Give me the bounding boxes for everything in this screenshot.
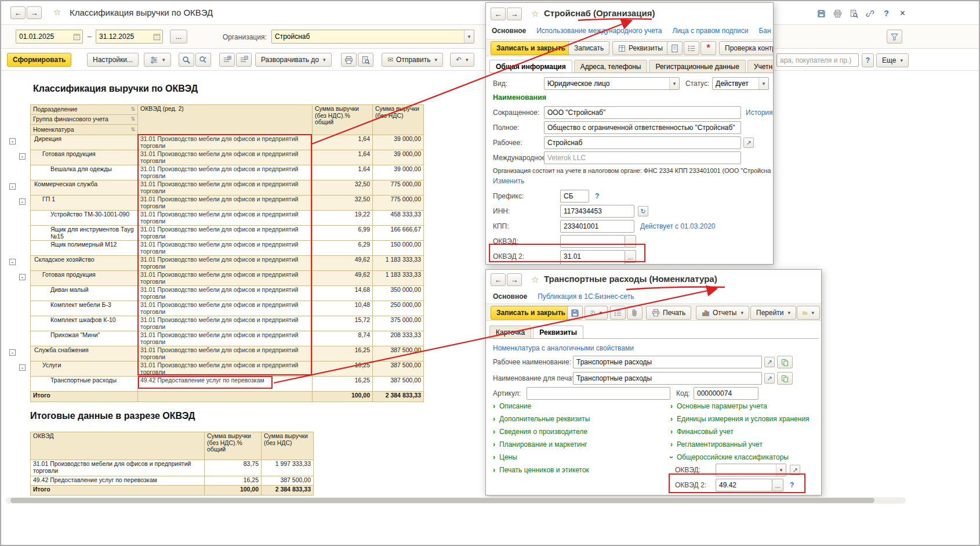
okved-column-header[interactable]: ОКВЭД (ред. 2) (138, 105, 313, 135)
okpo-field[interactable] (560, 262, 625, 265)
code-field[interactable] (694, 387, 758, 400)
nom-section-left-4[interactable]: ›Цены (493, 451, 667, 464)
similar-properties-link[interactable]: Номенклатура с аналогичными свойствами (493, 344, 634, 352)
nom-list-button[interactable] (610, 306, 626, 320)
kpp-field[interactable] (560, 220, 634, 233)
nom-nav-item-1[interactable]: Публикация в 1С:Бизнес-сеть (538, 292, 634, 301)
nom-nav-item-0[interactable]: Основное (493, 292, 527, 301)
nom-okved2-field[interactable] (716, 479, 772, 491)
sort-icon[interactable]: ⇅ (130, 126, 135, 133)
report-row-5[interactable]: Устройство ТМ-30-1001-09031.01 Производс… (31, 211, 424, 226)
org-file-button[interactable] (667, 41, 683, 55)
group-collapse-toggle[interactable]: - (19, 153, 26, 160)
org-nav-item-1[interactable]: Использование международного учета (536, 27, 662, 35)
group-collapse-toggle[interactable]: - (19, 198, 26, 205)
report-row-3[interactable]: Коммерческая служба31.01 Производство ме… (31, 180, 424, 196)
date-from-field[interactable]: 01.01.2025 (16, 30, 83, 44)
group-collapse-toggle[interactable]: - (9, 259, 16, 265)
period-more-button[interactable]: ... (170, 30, 187, 44)
help-button[interactable]: ? (862, 53, 874, 67)
chevron-down-icon[interactable]: ▾ (464, 30, 474, 43)
print-preview-button[interactable] (358, 53, 373, 67)
history-button[interactable]: ↶ ▾ (450, 53, 474, 67)
open-record-button[interactable]: ↗ (764, 357, 775, 367)
full-name-field[interactable] (544, 121, 741, 134)
copy-working-name-button[interactable] (777, 356, 793, 368)
org-nav-item-2[interactable]: Лица с правом подписи (673, 27, 749, 35)
window-link-button[interactable] (863, 7, 877, 20)
okved-field[interactable] (560, 235, 625, 248)
group-collapse-toggle[interactable]: - (9, 138, 16, 144)
org-nav-item-3[interactable]: Банковские счета ор (758, 27, 771, 35)
nom-print-button[interactable]: Печать (646, 306, 691, 320)
kpp-valid-from-link[interactable]: Действует с 01.03.2020 (640, 222, 715, 230)
settings-button[interactable]: Настройки... (87, 53, 139, 67)
history-link[interactable]: История (746, 109, 773, 117)
window-close-button[interactable]: × (895, 7, 910, 20)
nom-okved-select[interactable]: ▾ (716, 464, 786, 476)
nom-section-left-3[interactable]: ›Планирование и маркетинг (493, 438, 667, 451)
org-edo-button[interactable]: * (700, 41, 716, 55)
org-tab-0[interactable]: Общая информация (489, 60, 572, 73)
group-column-header[interactable]: Подразделение⇅ Группа финансового учета⇅… (31, 105, 138, 135)
open-record-button[interactable]: ↗ (743, 138, 754, 148)
summary-okved-header[interactable]: ОКВЭД (31, 432, 205, 460)
summary-row-0[interactable]: 31.01 Производство мебели для офисов и п… (31, 460, 314, 476)
nom-section-left-5[interactable]: ›Печать ценников и этикеток (493, 464, 667, 476)
send-button[interactable]: ✉ Отправить ▾ (382, 53, 443, 67)
copy-print-name-button[interactable] (777, 372, 793, 385)
org-tab-2[interactable]: Регистрационные данные (649, 60, 745, 73)
org-forward-button[interactable]: → (507, 8, 522, 20)
report-row-8[interactable]: Складское хозяйство31.01 Производство ме… (31, 256, 424, 271)
nom-section-left-2[interactable]: ›Сведения о производителе (493, 425, 667, 438)
org-save-button[interactable]: Записать (568, 41, 609, 55)
open-record-button[interactable]: ↗ (764, 373, 775, 384)
nom-tab-0[interactable]: Карточка (489, 326, 531, 338)
summary-total-row[interactable]: Итого100,002 384 833,33 (31, 486, 314, 496)
org-requisites-button[interactable]: Реквизиты (612, 41, 669, 55)
okved-picker-button[interactable]: ... (625, 235, 636, 248)
group-collapse-toggle[interactable]: - (9, 349, 16, 356)
prefix-field[interactable] (560, 190, 589, 203)
nom-section-left-0[interactable]: ›Описание (493, 400, 667, 413)
window-print-button[interactable] (830, 7, 845, 20)
okved2-picker-button[interactable]: ... (625, 250, 636, 263)
international-name-field[interactable] (544, 151, 741, 164)
org-favorite-star-icon[interactable]: ☆ (531, 9, 539, 19)
nom-forward-button[interactable]: → (507, 273, 522, 286)
sort-icon[interactable]: ⇅ (130, 116, 135, 123)
expand-to-button[interactable]: Разворачивать до ▾ (255, 53, 332, 67)
nom-attach-button[interactable] (627, 306, 643, 320)
inn-field[interactable] (560, 205, 634, 218)
report-row-10[interactable]: Диван малый31.01 Производство мебели для… (31, 286, 424, 301)
report-row-7[interactable]: Ящик полимерный М1231.01 Производство ме… (31, 241, 424, 256)
report-row-9[interactable]: Готовая продукция31.01 Производство мебе… (31, 271, 424, 286)
scrollbar-thumb[interactable] (10, 498, 874, 503)
nom-okved2-help-icon[interactable]: ? (790, 481, 794, 489)
group-collapse-toggle[interactable]: - (19, 364, 26, 371)
sum-column-header[interactable]: Сумма выручки (без НДС) (373, 105, 424, 135)
group-collapse-toggle[interactable]: - (9, 183, 16, 190)
working-name-field[interactable] (544, 136, 741, 149)
nom-save-button[interactable] (567, 306, 583, 320)
report-row-12[interactable]: Комплект шкафов К-1031.01 Производство м… (31, 316, 424, 331)
chevron-down-icon[interactable]: ▾ (758, 78, 768, 89)
nom-goto-button[interactable]: Перейти ▾ (750, 306, 796, 320)
report-row-4[interactable]: ГП 131.01 Производство мебели для офисов… (31, 196, 424, 211)
window-save-button[interactable] (814, 7, 829, 20)
back-button[interactable]: ← (10, 6, 26, 19)
sort-icon[interactable]: ⇅ (130, 106, 135, 113)
nom-section-left-1[interactable]: ›Дополнительные реквизиты (493, 413, 667, 425)
org-tab-1[interactable]: Адреса, телефоны (574, 60, 648, 73)
search-next-button[interactable] (195, 53, 211, 67)
org-tab-3[interactable]: Учетная политика и налоги (747, 60, 773, 73)
report-row-13[interactable]: Прихожая "Мини"31.01 Производство мебели… (31, 331, 424, 346)
nom-section-right-1[interactable]: ›Единицы измерения и условия хранения (670, 413, 822, 425)
window-help-button[interactable]: ? (879, 7, 894, 20)
favorite-star-icon[interactable]: ☆ (53, 7, 61, 17)
kind-select[interactable]: Юридическое лицо ▾ (544, 77, 680, 90)
report-row-6[interactable]: Ящик для инструментов Тауg №1531.01 Прои… (31, 226, 424, 241)
print-name-field[interactable] (573, 372, 762, 385)
report-row-15[interactable]: Услуги31.01 Производство мебели для офис… (31, 361, 424, 377)
calendar-icon[interactable] (151, 30, 162, 43)
